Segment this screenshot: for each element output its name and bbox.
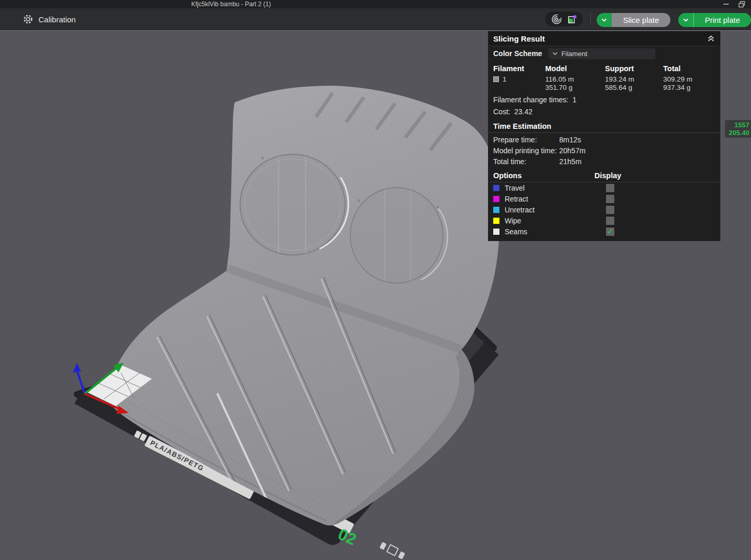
time-row: Model printing time: 20h57m	[488, 145, 720, 156]
filament-color-swatch	[493, 76, 499, 82]
col-support: Support	[605, 63, 663, 74]
model-weight: 351.70 g	[545, 84, 605, 92]
wipe-label: Wipe	[505, 217, 606, 225]
total-time-value: 21h5m	[559, 157, 582, 167]
print-plate-split-button: Print plate	[678, 13, 751, 27]
minimize-icon	[723, 1, 729, 7]
filament-change-value: 1	[573, 96, 577, 104]
retract-label: Retract	[505, 195, 606, 203]
time-row: Prepare time: 8m12s	[488, 135, 720, 145]
color-scheme-row: Color Scheme Filament	[488, 46, 720, 61]
filament-coil-icon[interactable]	[551, 14, 562, 25]
print-options-dropdown[interactable]	[678, 13, 693, 27]
print-plate-button[interactable]: Print plate	[693, 13, 751, 27]
panel-title: Slicing Result	[493, 34, 545, 43]
chevron-down-icon	[683, 18, 689, 22]
color-scheme-value: Filament	[561, 50, 587, 58]
option-row-unretract: Unretract ✓	[488, 204, 720, 215]
layer-number: 1557	[729, 121, 749, 129]
slice-plate-split-button: Slice plate	[597, 13, 670, 27]
filament-id: 1	[503, 75, 507, 84]
col-model: Model	[545, 63, 605, 74]
slice-options-dropdown[interactable]	[597, 13, 612, 27]
retract-color-swatch	[493, 196, 499, 202]
unretract-display-checkbox[interactable]: ✓	[606, 206, 614, 214]
double-chevron-up-icon	[707, 35, 715, 42]
cost-label: Cost:	[493, 108, 510, 116]
option-row-travel: Travel ✓	[488, 182, 720, 193]
retract-display-checkbox[interactable]: ✓	[606, 195, 614, 203]
restore-icon	[739, 1, 745, 8]
slicing-result-panel: Slicing Result Color Scheme Filament Fil…	[488, 31, 720, 241]
window-title: Kfjc5klVib bambu - Part 2 (1)	[191, 1, 271, 8]
col-total: Total	[663, 63, 720, 74]
col-filament: Filament	[493, 63, 545, 74]
time-estimation-title: Time Estimation	[488, 118, 720, 133]
travel-display-checkbox[interactable]: ✓	[606, 184, 614, 192]
wipe-color-swatch	[493, 218, 499, 224]
plates-manager-icon[interactable]	[568, 15, 577, 24]
unretract-label: Unretract	[505, 206, 606, 214]
option-row-wipe: Wipe ✓	[488, 215, 720, 226]
main-toolbar: Calibration Slice plate Print plate	[0, 8, 751, 30]
travel-label: Travel	[505, 184, 606, 192]
options-header: Options Display	[488, 167, 720, 182]
total-length: 309.29 m	[663, 75, 720, 84]
prepare-time-label: Prepare time:	[493, 135, 559, 145]
model-printing-time-label: Model printing time:	[493, 146, 559, 156]
total-weight: 937.34 g	[663, 84, 720, 92]
restore-button[interactable]	[735, 0, 748, 8]
option-row-retract: Retract ✓	[488, 193, 720, 204]
time-estimation-rows: Prepare time: 8m12s Model printing time:…	[488, 133, 720, 167]
color-scheme-select[interactable]: Filament	[548, 48, 655, 59]
title-bar: Kfjc5klVib bambu - Part 2 (1)	[0, 0, 751, 8]
prepare-time-value: 8m12s	[559, 135, 581, 145]
calibration-menu-item[interactable]: Calibration	[23, 12, 76, 26]
support-length: 193.24 m	[605, 75, 663, 84]
color-scheme-label: Color Scheme	[493, 49, 542, 58]
check-icon: ✓	[608, 228, 613, 235]
seams-display-checkbox[interactable]: ✓	[606, 228, 614, 236]
minimize-button[interactable]	[719, 0, 733, 8]
chevron-down-icon	[552, 52, 558, 55]
travel-color-swatch	[493, 185, 499, 191]
toolbar-divider	[590, 13, 591, 25]
panel-header: Slicing Result	[488, 31, 720, 46]
calibration-label: Calibration	[38, 15, 76, 24]
unretract-color-swatch	[493, 207, 499, 213]
cost-row: Cost: 23.42	[488, 106, 720, 118]
collapse-panel-button[interactable]	[707, 35, 715, 42]
display-title: Display	[595, 171, 622, 180]
model-length: 116.05 m	[545, 75, 605, 84]
toolbar-icon-group	[545, 11, 583, 26]
filament-change-row: Filament change times: 1	[488, 94, 720, 106]
cost-value: 23.42	[514, 108, 532, 116]
layer-slider-top-indicator[interactable]: 1557 205.40	[725, 120, 751, 138]
support-weight: 585.64 g	[605, 84, 663, 92]
chevron-down-icon	[601, 18, 607, 22]
seams-color-swatch	[493, 229, 499, 235]
option-row-seams: Seams ✓	[488, 226, 720, 237]
gear-icon	[23, 14, 33, 24]
time-row: Total time: 21h5m	[488, 156, 720, 167]
filament-table-row: 1 116.05 m 351.70 g 193.24 m 585.64 g 30…	[488, 75, 720, 92]
filament-table-header: Filament Model Support Total	[488, 63, 720, 74]
model-printing-time-value: 20h57m	[559, 146, 586, 156]
total-time-label: Total time:	[493, 157, 559, 167]
options-title: Options	[493, 171, 522, 180]
layer-height-mm: 205.40	[729, 129, 749, 137]
seams-label: Seams	[505, 228, 606, 236]
slice-plate-button[interactable]: Slice plate	[612, 13, 670, 27]
wipe-display-checkbox[interactable]: ✓	[606, 217, 614, 225]
filament-change-label: Filament change times:	[493, 96, 569, 104]
